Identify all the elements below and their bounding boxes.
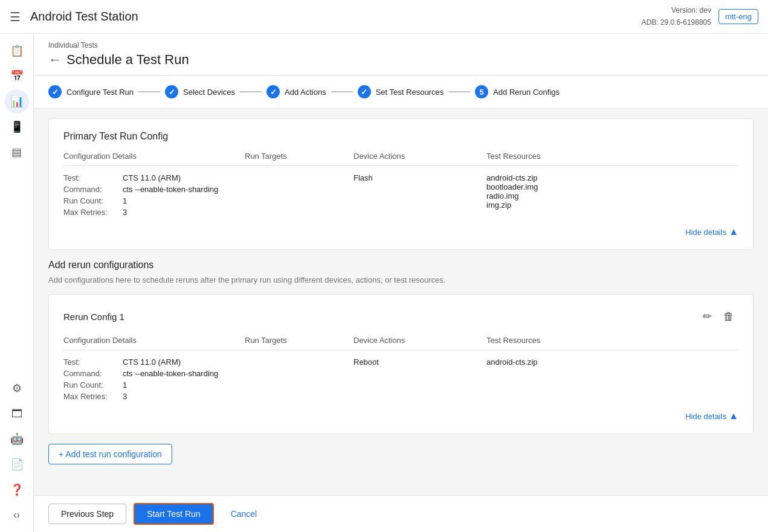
rerun-col-config-details: Configuration Details (63, 336, 245, 345)
rerun-field-val-test: CTS 11.0 (ARM) (123, 357, 181, 367)
previous-step-button[interactable]: Previous Step (48, 504, 126, 524)
bottom-bar: Previous Step Start Test Run Cancel (34, 495, 768, 532)
step-2-circle: ✓ (165, 85, 178, 98)
version-label: Version: dev (642, 5, 711, 16)
breadcrumb: Individual Tests (48, 41, 753, 50)
sidebar-item-android[interactable]: 🤖 (5, 427, 29, 451)
rerun-config-1-header: Rerun Config 1 ✏ 🗑 (63, 307, 738, 326)
step-connector-1 (138, 91, 160, 92)
primary-run-targets (245, 173, 353, 219)
step-1-circle: ✓ (48, 85, 62, 98)
stepper: ✓ Configure Test Run ✓ Select Devices ✓ … (34, 75, 768, 109)
sidebar-item-code[interactable]: ‹› (5, 503, 29, 527)
chevron-up-icon: ▲ (729, 226, 738, 237)
step-add-actions: ✓ Add Actions (266, 85, 326, 98)
step-set-resources: ✓ Set Test Resources (358, 85, 444, 98)
step-connector-4 (448, 91, 470, 92)
rerun-section-desc: Add configurations here to schedule reru… (48, 275, 753, 284)
rerun-field-val-max-retries: 3 (123, 392, 127, 401)
primary-config-title: Primary Test Run Config (63, 131, 738, 142)
primary-test-resources: android-cts.zip bootloader.img radio.img… (486, 173, 738, 219)
primary-config-columns: Configuration Details Run Targets Device… (63, 152, 738, 166)
step-4-label: Set Test Resources (376, 88, 444, 97)
rerun-config-1-actions: ✏ 🗑 (697, 307, 738, 326)
cancel-button[interactable]: Cancel (221, 504, 267, 524)
step-4-circle: ✓ (358, 85, 371, 98)
rerun-config-1-data: Test: CTS 11.0 (ARM) Command: cts --enab… (63, 357, 738, 403)
step-configure: ✓ Configure Test Run (48, 85, 134, 98)
back-button[interactable]: ← (48, 53, 62, 66)
col-header-test-resources: Test Resources (486, 152, 738, 161)
step-5-label: Add Rerun Configs (493, 88, 560, 97)
primary-config-fields: Test: CTS 11.0 (ARM) Command: cts --enab… (63, 173, 245, 219)
col-header-config-details: Configuration Details (63, 152, 245, 161)
field-val-run-count: 1 (123, 196, 127, 205)
content-area: Primary Test Run Config Configuration De… (34, 109, 768, 495)
rerun-device-actions: Reboot (353, 357, 486, 403)
rerun-config-1-columns: Configuration Details Run Targets Device… (63, 336, 738, 350)
sidebar-item-schedule[interactable]: 📅 (5, 64, 29, 88)
sidebar-item-analytics[interactable]: 📊 (5, 89, 29, 114)
rerun-chevron-up-icon: ▲ (729, 411, 738, 421)
page-title: Schedule a Test Run (66, 52, 189, 68)
rerun-hide-details[interactable]: Hide details ▲ (63, 411, 738, 421)
rerun-col-run-targets: Run Targets (245, 336, 353, 345)
topbar: ☰ Android Test Station Version: dev ADB:… (0, 0, 768, 34)
app-title: Android Test Station (30, 10, 642, 24)
edit-icon[interactable]: ✏ (697, 307, 717, 326)
menu-icon[interactable]: ☰ (10, 10, 21, 24)
adb-label: ADB: 29.0.6-6198805 (642, 17, 711, 28)
step-1-label: Configure Test Run (66, 88, 134, 97)
sidebar-item-tests[interactable]: 📋 (5, 39, 29, 63)
rerun-field-label-test: Test: (63, 357, 118, 367)
field-label-run-count: Run Count: (63, 196, 118, 205)
rerun-field-val-run-count: 1 (123, 380, 127, 389)
rerun-col-device-actions: Device Actions (353, 336, 486, 345)
rerun-field-label-max-retries: Max Retries: (63, 392, 118, 401)
page-title-row: ← Schedule a Test Run (48, 52, 753, 68)
field-val-max-retries: 3 (123, 208, 127, 217)
primary-config-card: Primary Test Run Config Configuration De… (48, 118, 753, 250)
sidebar-item-device-groups[interactable]: ▤ (5, 140, 29, 164)
rerun-config-1-fields: Test: CTS 11.0 (ARM) Command: cts --enab… (63, 357, 245, 403)
rerun-field-val-command: cts --enable-token-sharding (123, 369, 218, 378)
step-select-devices: ✓ Select Devices (165, 85, 235, 98)
add-config-button[interactable]: + Add test run configuration (48, 444, 172, 464)
rerun-config-1-card: Rerun Config 1 ✏ 🗑 Configuration Details… (48, 294, 753, 434)
sidebar-item-settings[interactable]: ⚙ (5, 376, 29, 400)
step-5-circle: 5 (475, 85, 488, 98)
step-3-label: Add Actions (285, 88, 326, 97)
sidebar-item-window[interactable]: 🗖 (5, 402, 29, 426)
field-label-test: Test: (63, 173, 118, 182)
rerun-section-title: Add rerun configurations (48, 260, 753, 271)
field-label-command: Command: (63, 185, 118, 194)
col-header-device-actions: Device Actions (353, 152, 486, 161)
rerun-field-label-run-count: Run Count: (63, 380, 118, 389)
field-label-max-retries: Max Retries: (63, 208, 118, 217)
sidebar-item-logs[interactable]: 📄 (5, 452, 29, 476)
main-content: Individual Tests ← Schedule a Test Run ✓… (34, 34, 768, 532)
field-val-command: cts --enable-token-sharding (123, 185, 218, 194)
sidebar-item-help[interactable]: ❓ (5, 478, 29, 502)
version-info: Version: dev ADB: 29.0.6-6198805 (642, 5, 711, 28)
step-2-label: Select Devices (183, 88, 235, 97)
rerun-field-label-command: Command: (63, 369, 118, 378)
col-header-run-targets: Run Targets (245, 152, 353, 161)
step-connector-2 (240, 91, 262, 92)
env-badge[interactable]: mtt-eng (718, 9, 758, 24)
start-test-run-button[interactable]: Start Test Run (134, 503, 213, 525)
add-config-container: + Add test run configuration (48, 444, 753, 464)
step-connector-3 (331, 91, 353, 92)
rerun-section: Add rerun configurations Add configurati… (48, 260, 753, 284)
primary-device-actions: Flash (353, 173, 486, 219)
delete-icon[interactable]: 🗑 (719, 307, 738, 326)
primary-config-data: Test: CTS 11.0 (ARM) Command: cts --enab… (63, 173, 738, 219)
step-add-rerun-configs: 5 Add Rerun Configs (475, 85, 560, 98)
primary-hide-details[interactable]: Hide details ▲ (63, 226, 738, 237)
rerun-config-1-title: Rerun Config 1 (63, 312, 124, 322)
rerun-run-targets (245, 357, 353, 403)
sidebar-item-devices[interactable]: 📱 (5, 115, 29, 139)
sidebar: 📋 📅 📊 📱 ▤ ⚙ 🗖 🤖 📄 ❓ ‹› (0, 34, 34, 532)
rerun-test-resources: android-cts.zip (486, 357, 738, 403)
step-3-circle: ✓ (266, 85, 280, 98)
